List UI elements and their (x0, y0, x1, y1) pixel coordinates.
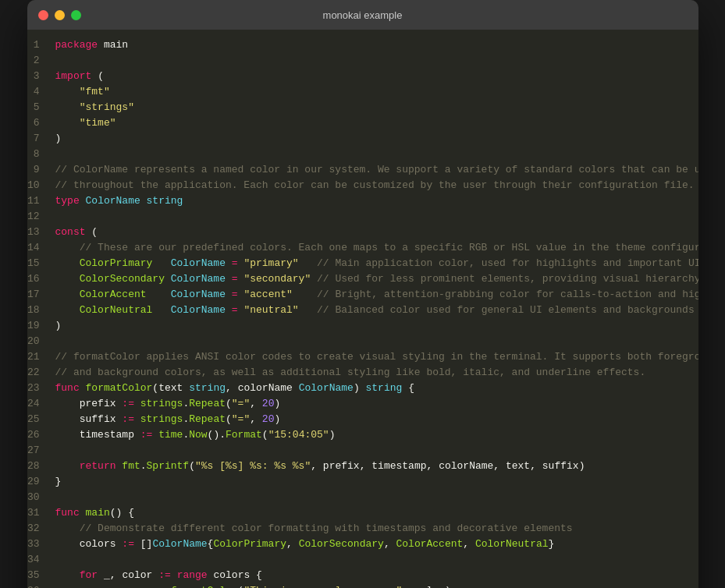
line-number: 13 (27, 225, 55, 240)
line-number: 4 (27, 84, 55, 100)
code-line: 22 // and background colors, as well as … (27, 365, 698, 381)
line-number: 10 (27, 178, 55, 193)
line-number: 33 (27, 537, 55, 552)
code-line: 3 import ( (27, 69, 698, 84)
line-number: 29 (27, 474, 55, 490)
line-number: 24 (27, 396, 55, 412)
code-line: 36 message := formatColor("This is a sam… (27, 583, 698, 588)
code-line: 26 timestamp := time.Now().Format("15:04… (27, 427, 698, 443)
line-content: ColorPrimary ColorName = "primary" // Ma… (55, 256, 698, 271)
code-line: 6 "time" (27, 115, 698, 131)
line-number: 34 (27, 552, 55, 568)
window-title: monokai example (323, 9, 403, 21)
line-number: 27 (27, 443, 55, 459)
window: monokai example 1 package main 2 3 impor… (27, 0, 698, 588)
line-number: 2 (27, 53, 55, 69)
line-content: timestamp := time.Now().Format("15:04:05… (55, 427, 336, 443)
line-content: } (55, 474, 62, 490)
line-content: return fmt.Sprintf("%s [%s] %s: %s %s", … (55, 459, 585, 474)
line-number: 6 (27, 115, 55, 131)
code-line: 2 (27, 53, 698, 69)
code-editor[interactable]: 1 package main 2 3 import ( 4 "fmt" 5 "s… (27, 30, 698, 588)
line-content: ColorSecondary ColorName = "secondary" /… (55, 271, 698, 287)
line-number: 3 (27, 69, 55, 84)
line-content: colors := []ColorName{ColorPrimary, Colo… (55, 537, 555, 552)
line-content: suffix := strings.Repeat("=", 20) (55, 412, 281, 427)
code-line: 24 prefix := strings.Repeat("=", 20) (27, 396, 698, 412)
line-number: 22 (27, 365, 55, 381)
line-number: 18 (27, 303, 55, 318)
line-number: 15 (27, 256, 55, 271)
code-line: 21 // formatColor applies ANSI color cod… (27, 349, 698, 365)
line-content: ) (55, 131, 62, 147)
line-number: 32 (27, 521, 55, 537)
line-content: prefix := strings.Repeat("=", 20) (55, 396, 281, 412)
line-number: 30 (27, 490, 55, 505)
line-number: 23 (27, 381, 55, 396)
code-line: 33 colors := []ColorName{ColorPrimary, C… (27, 537, 698, 552)
line-content: // formatColor applies ANSI color codes … (55, 349, 698, 365)
line-content: // throughout the application. Each colo… (55, 178, 695, 193)
line-number: 35 (27, 568, 55, 583)
line-number: 36 (27, 583, 55, 588)
line-content: // Demonstrate different color formattin… (55, 521, 573, 537)
code-line: 34 (27, 552, 698, 568)
line-number: 31 (27, 505, 55, 521)
line-content: // ColorName represents a named color in… (55, 162, 698, 178)
line-number: 7 (27, 131, 55, 147)
line-number: 8 (27, 147, 55, 162)
maximize-button[interactable] (71, 10, 81, 20)
line-content: "strings" (55, 100, 134, 115)
line-number: 26 (27, 427, 55, 443)
code-line: 25 suffix := strings.Repeat("=", 20) (27, 412, 698, 427)
line-number: 9 (27, 162, 55, 178)
code-line: 23 func formatColor(text string, colorNa… (27, 381, 698, 396)
line-content: const ( (55, 225, 98, 240)
code-line: 28 return fmt.Sprintf("%s [%s] %s: %s %s… (27, 459, 698, 474)
code-line: 15 ColorPrimary ColorName = "primary" //… (27, 256, 698, 271)
traffic-lights (38, 10, 81, 20)
line-number: 17 (27, 287, 55, 303)
line-content: "fmt" (55, 84, 110, 100)
code-line: 27 (27, 443, 698, 459)
line-content: func main() { (55, 505, 134, 521)
code-line: 7 ) (27, 131, 698, 147)
close-button[interactable] (38, 10, 48, 20)
code-line: 9 // ColorName represents a named color … (27, 162, 698, 178)
line-content: ColorAccent ColorName = "accent" // Brig… (55, 287, 698, 303)
line-content: "time" (55, 115, 116, 131)
minimize-button[interactable] (55, 10, 65, 20)
code-line: 30 (27, 490, 698, 505)
code-line: 32 // Demonstrate different color format… (27, 521, 698, 537)
line-number: 1 (27, 37, 55, 53)
line-content: message := formatColor("This is a sample… (55, 583, 451, 588)
line-number: 12 (27, 209, 55, 225)
code-line: 5 "strings" (27, 100, 698, 115)
code-line: 29 } (27, 474, 698, 490)
line-number: 19 (27, 318, 55, 334)
line-number: 20 (27, 334, 55, 349)
line-number: 5 (27, 100, 55, 115)
code-line: 18 ColorNeutral ColorName = "neutral" //… (27, 303, 698, 318)
line-number: 14 (27, 240, 55, 256)
code-line: 10 // throughout the application. Each c… (27, 178, 698, 193)
code-line: 31 func main() { (27, 505, 698, 521)
titlebar: monokai example (27, 0, 698, 30)
line-content: import ( (55, 69, 104, 84)
line-number: 21 (27, 349, 55, 365)
line-content: for _, color := range colors { (55, 568, 262, 583)
line-content: // and background colors, as well as add… (55, 365, 646, 381)
code-line: 17 ColorAccent ColorName = "accent" // B… (27, 287, 698, 303)
code-line: 16 ColorSecondary ColorName = "secondary… (27, 271, 698, 287)
line-content: // These are our predefined colors. Each… (55, 240, 698, 256)
line-number: 25 (27, 412, 55, 427)
code-line: 19 ) (27, 318, 698, 334)
line-content: ) (55, 318, 62, 334)
code-line: 1 package main (27, 37, 698, 53)
code-line: 13 const ( (27, 225, 698, 240)
line-number: 16 (27, 271, 55, 287)
code-line: 8 (27, 147, 698, 162)
line-content: ColorNeutral ColorName = "neutral" // Ba… (55, 303, 695, 318)
code-line: 11 type ColorName string (27, 193, 698, 209)
line-number: 28 (27, 459, 55, 474)
